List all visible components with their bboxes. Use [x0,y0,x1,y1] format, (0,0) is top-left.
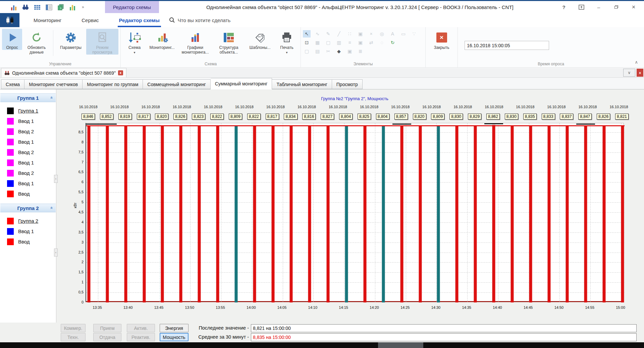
sidebar-series-item[interactable]: Ввод 1 [0,137,56,147]
tab-close-button[interactable]: x [637,69,643,77]
collapse-chevron-icon[interactable]: « [49,96,54,99]
document-tab[interactable]: Однолинейная схема объекта "object 507 8… [1,68,126,77]
picture-box-icon[interactable]: ▣ [346,48,354,55]
frame-icon[interactable]: ▣ [357,39,364,46]
context-tab-schema-editor[interactable]: Редактор схемы [105,1,159,13]
page-icon[interactable]: ▢ [303,48,311,55]
view-tab[interactable]: Просмотр [332,79,363,89]
clipboard-icon[interactable]: ▤ [314,48,321,55]
node-circle-icon[interactable]: ◎ [378,30,386,38]
series-label: Ввод 1 [18,160,34,165]
tell-me-search[interactable]: Что вы хотите сделать [169,13,230,27]
menu-monitoring[interactable]: Мониторинг [32,13,63,27]
poll-button[interactable]: Опрос [2,29,22,50]
edit-pencil-icon[interactable]: ✎ [324,30,332,38]
sidebar-series-item[interactable]: Ввод 2 [0,126,56,137]
view-tab[interactable]: Табличный мониторинг [272,79,332,89]
object-structure-button[interactable]: Структура объекта... [213,29,245,55]
collapse-chevron-icon[interactable]: « [49,207,54,209]
connector-icon[interactable]: ∿ [314,30,321,38]
pin-panel-icon[interactable] [578,4,584,10]
align-icon[interactable]: ≡ [346,39,354,46]
view-tab[interactable]: Схема [1,79,24,89]
app-button[interactable] [0,13,19,27]
tab-list-dropdown-button[interactable]: ∨ [623,69,635,77]
menu-service[interactable]: Сервис [80,13,100,27]
group-label: Схема [121,62,301,66]
y-tick-label: 8,5 [68,130,84,134]
label-ab-icon[interactable]: ▭ [399,30,407,38]
sidebar-series-item[interactable]: Ввод 2 [0,147,56,157]
eraser-icon[interactable]: ◆ [335,48,343,55]
sidebar-series-item[interactable]: Ввод [0,236,56,247]
splitter-collapse-icon[interactable]: ‹ [54,249,58,257]
menu-schema-editor[interactable]: Редактор схемы [118,13,161,27]
sidebar-series-item[interactable]: Ввод 1 [0,157,56,168]
table-refresh-icon[interactable]: ↻ [389,39,396,46]
list-icon[interactable]: ≣ [357,48,364,55]
close-schema-button[interactable]: × Закрыть [428,29,455,50]
polyline-nodes-icon[interactable]: ∷ [346,30,354,38]
top-date-label: 16.10.2018 [609,105,628,109]
poll-time-input[interactable] [465,41,549,50]
monitoring-charts-button[interactable]: Графики мониторинга... [178,29,213,55]
pages-icon[interactable]: 1 [57,4,64,10]
average-value-field[interactable] [251,333,637,341]
copy-pages-icon[interactable]: ▥ [335,39,343,46]
view-tab[interactable]: Мониторинг по группам [83,79,143,89]
templates-button[interactable]: Шаблоны... [245,29,275,50]
monitoring-button[interactable]: Мониторинг... [146,29,178,50]
restore-button[interactable] [613,4,619,10]
gridline-h [86,292,625,293]
meter-icon[interactable]: ▣ [357,30,364,38]
report-icon[interactable] [45,4,53,10]
energy-toggle-button[interactable]: Энергия [160,324,189,332]
binoculars-icon[interactable] [22,4,29,10]
power-toggle-button[interactable]: Мощность [160,333,189,341]
help-icon[interactable]: ? [561,4,567,10]
sidebar-series-item[interactable]: Ввод [0,189,56,199]
search-placeholder: Что вы хотите сделать [178,17,230,23]
gridline-h [86,222,625,223]
view-tab[interactable]: Мониторинг счетчиков [24,79,83,89]
taskbar-segment[interactable] [378,342,423,348]
close-window-button[interactable]: × [631,4,637,10]
column-chart-icon[interactable] [69,4,76,10]
rectangle-icon[interactable]: ▢ [324,39,332,46]
sidebar-group-header[interactable]: Группа 1« [0,93,56,102]
rotate-icon[interactable]: ◌ [378,39,386,46]
minimize-button[interactable]: – [596,4,602,10]
print-button[interactable]: Печать [275,29,299,55]
sidebar-series-item[interactable]: Ввод 2 [0,168,56,178]
line-icon[interactable]: ╱ [335,30,343,38]
schema-button[interactable]: Схема [123,29,146,55]
toolbar-overflow-icon[interactable]: » [82,5,84,9]
splitter-collapse-icon[interactable]: ‹ [54,175,58,183]
sidebar-series-item[interactable]: Группа 1 [0,106,56,116]
bar-chart-icon[interactable] [10,4,17,10]
select-cursor-icon[interactable]: ↖ [303,30,311,38]
dots-group-icon[interactable]: ∵ [410,30,418,38]
view-tab[interactable]: Совмещенный мониторинг [143,79,210,89]
text-a-icon[interactable]: A [389,30,396,38]
last-value-field[interactable] [251,324,637,332]
fit-screen-icon[interactable]: ⊡ [303,39,311,46]
sidebar-series-item[interactable]: Группа 2 [0,216,56,226]
move-arrows-icon[interactable]: ⇄ [367,39,375,46]
bar [161,126,164,302]
grid-icon[interactable]: ▦ [314,39,321,46]
view-tab[interactable]: Суммарный мониторинг [211,78,272,89]
parameters-button[interactable]: Параметры [55,29,86,50]
document-close-icon[interactable]: x [118,70,123,75]
cut-icon[interactable]: ✂ [324,48,332,55]
refresh-data-button[interactable]: Обновить данные [22,29,51,55]
sidebar-group-header[interactable]: Группа 2« [0,204,56,212]
collapse-ribbon-icon[interactable]: ∧ [635,60,638,65]
y-tick-label: 2 [68,260,84,264]
flow-cross-icon[interactable]: × [367,30,375,38]
table-icon[interactable] [34,4,41,10]
sidebar-series-item[interactable]: Ввод 1 [0,178,56,189]
sidebar-series-item[interactable]: Ввод 1 [0,226,56,236]
series-label: Ввод 1 [18,118,34,124]
sidebar-series-item[interactable]: Ввод 1 [0,116,56,126]
